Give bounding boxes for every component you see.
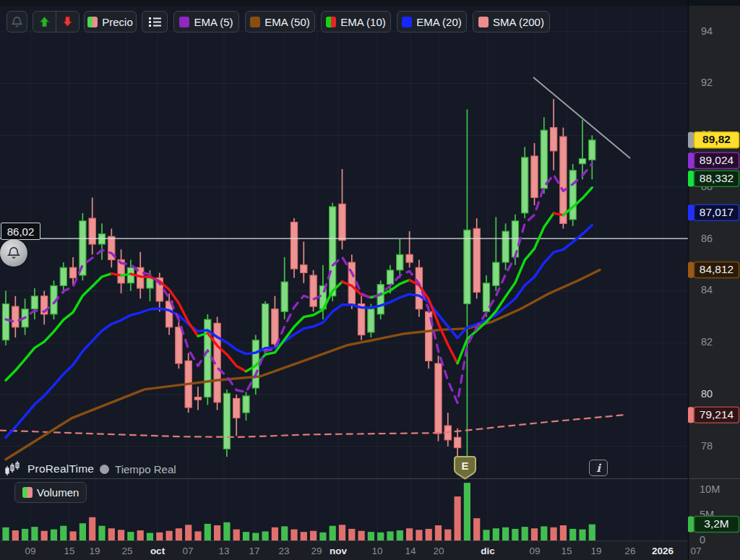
ema20-swatch-icon [402,17,412,27]
alarm-button[interactable] [7,11,27,33]
svg-text:oct: oct [150,546,165,556]
svg-text:23: 23 [278,546,289,556]
svg-text:86: 86 [701,233,713,244]
price-badge: 89,024 [688,152,739,168]
svg-text:29: 29 [311,546,322,556]
volume-bar [397,530,403,540]
svg-text:10: 10 [371,546,382,556]
volume-bar [493,528,499,540]
svg-text:19: 19 [89,546,100,556]
volume-bar [502,527,509,540]
indicator-list-button[interactable] [142,11,168,33]
ema50-label: EMA (50) [264,16,310,28]
volume-bar [301,532,307,540]
volume-bar [60,526,66,540]
svg-text:09: 09 [529,546,540,556]
volume-bar [31,527,38,540]
volume-bar [137,530,144,540]
sma200-swatch-icon [478,17,489,27]
svg-text:2026: 2026 [652,546,674,556]
price-settings-button[interactable]: Precio [84,11,137,33]
volume-bar [348,529,355,540]
indicator-button-ema5[interactable]: EMA (5) [173,11,239,33]
candlestick-logo-icon [4,460,22,478]
svg-text:26: 26 [624,546,635,556]
svg-text:13: 13 [218,546,229,556]
svg-text:19: 19 [590,546,601,556]
volume-bar [147,533,153,541]
volume-bar [426,529,432,540]
volume-bar [205,524,211,540]
alarm-price-label: 86,02 [1,223,40,240]
svg-text:79,214: 79,214 [700,408,734,421]
candle [310,270,317,311]
svg-text:88,332: 88,332 [700,172,733,184]
volume-bar [272,527,278,540]
svg-text:15: 15 [561,546,572,556]
indicator-button-ema20[interactable]: EMA (20) [397,11,467,33]
volume-bar [252,533,259,541]
svg-text:20: 20 [433,546,444,556]
bell-icon [11,16,23,28]
info-button[interactable]: i [589,460,608,476]
volume-bar [339,525,345,540]
svg-text:80: 80 [701,388,713,400]
volume-bar [243,532,249,540]
sell-down-button[interactable] [56,12,79,32]
volume-bar [473,518,480,540]
volume-bar [330,526,336,540]
list-icon [149,17,161,27]
sma200-label: SMA (200) [493,16,544,28]
candle [435,356,442,441]
candle [205,314,211,405]
candle [348,254,355,309]
volume-bar [589,525,595,540]
price-button-label: Precio [102,16,133,28]
charting-app: 94929088868482807810M5M009151925oct07131… [0,0,740,560]
indicator-button-ema10[interactable]: EMA (10) [321,11,391,33]
volume-bar [79,523,86,540]
ema50-swatch-icon [250,17,260,27]
earnings-letter: E [461,460,468,472]
top-strip [0,0,740,6]
price-badge: 84,812 [688,262,739,277]
info-letter: i [596,462,601,475]
svg-text:25: 25 [121,546,132,556]
svg-text:92: 92 [701,77,713,88]
svg-text:17: 17 [249,546,259,556]
svg-text:09: 09 [25,546,35,556]
volume-bar [176,528,182,540]
indicator-button-ema50[interactable]: EMA (50) [245,11,315,33]
buy-up-button[interactable] [33,12,56,32]
volume-bar [569,529,576,540]
volume-bar [223,522,230,540]
price-swatch-icon [87,17,98,27]
volume-bar [194,531,201,540]
volume-bar [166,531,173,540]
candle [377,280,384,319]
volume-bar [387,531,393,540]
realtime-status-icon [100,465,109,474]
volume-bar [368,532,374,540]
volume-bar [435,525,442,540]
candle [473,218,480,298]
volume-bar [377,533,384,540]
volume-bar [108,528,115,540]
volume-settings-button[interactable]: Volumen [14,482,87,503]
svg-text:84,812: 84,812 [700,263,733,275]
volume-bar [551,527,557,540]
earnings-marker[interactable]: E [453,455,477,481]
alarm-bell-marker[interactable] [0,239,27,267]
brand-name: ProRealTime [27,462,94,475]
price-badge: 79,214 [688,407,739,423]
volume-bar [98,526,105,540]
volume-bar [156,533,163,540]
volume-bar [118,530,124,540]
volume-bar [483,530,489,540]
feed-mode-label: Tiempo Real [115,463,176,475]
right-axis-strip [688,0,740,560]
svg-text:0: 0 [700,534,705,546]
candle [330,203,336,301]
indicator-button-sma200[interactable]: SMA (200) [473,11,550,33]
volume-bar [12,530,19,540]
